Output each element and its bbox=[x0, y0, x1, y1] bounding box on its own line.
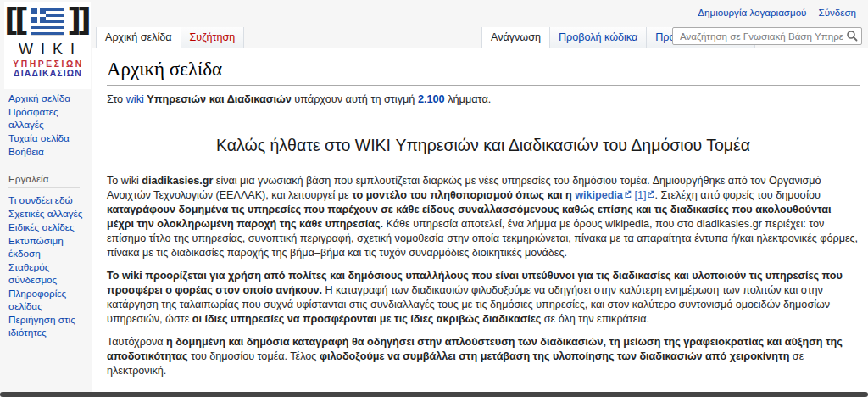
logo-close-brackets: ]] bbox=[67, 4, 91, 38]
page-tabs: Αρχική σελίδα Συζήτηση bbox=[96, 27, 244, 48]
sidebar-tool-link[interactable]: Ειδικές σελίδες bbox=[8, 221, 92, 233]
sidebar-nav-link[interactable]: Αρχική σελίδα bbox=[8, 92, 92, 104]
sidebar-tool-link[interactable]: Εκτυπώσιμη έκδοση bbox=[8, 234, 92, 260]
sidebar-tool-link[interactable]: Σταθερός σύνδεσμος bbox=[8, 260, 92, 286]
reference-1-link[interactable]: [1] bbox=[632, 189, 647, 201]
sidebar-tool-link[interactable]: Περιήγηση στις ιδιότητες bbox=[8, 313, 92, 338]
article-count-link[interactable]: 2.100 bbox=[418, 93, 445, 105]
wiki-link[interactable]: wiki bbox=[126, 93, 144, 105]
sidebar-tool-link[interactable]: Τι συνδέει εδώ bbox=[8, 193, 92, 206]
greek-flag-icon bbox=[31, 8, 64, 35]
search-button[interactable] bbox=[845, 30, 858, 42]
sidebar-tools: Τι συνδέει εδώΣχετικές αλλαγέςΕιδικές σε… bbox=[8, 193, 92, 338]
sidebar: Αρχική σελίδαΠρόσφατες αλλαγέςΤυχαία σελ… bbox=[0, 92, 92, 339]
logo-open-brackets: [[ bbox=[4, 4, 28, 38]
site-logo[interactable]: [[ ]] WIKI ΥΠΗΡΕΣΙΩΝ ΔΙΑΔΙΚΑΣΙΩΝ bbox=[4, 2, 91, 89]
tab-talk[interactable]: Συζήτηση bbox=[181, 27, 245, 48]
tab-page[interactable]: Αρχική σελίδα bbox=[96, 27, 181, 48]
paragraph-about: Το wiki diadikasies.gr είναι μια γνωσιακ… bbox=[107, 174, 860, 260]
sidebar-tools-heading: Εργαλεία bbox=[8, 173, 80, 188]
page-title: Αρχική σελίδα bbox=[107, 59, 860, 86]
create-account-link[interactable]: Δημιουργία λογαριασμού bbox=[698, 7, 806, 18]
logo-subtitle-2: ΔΙΑΔΙΚΑΣΙΩΝ bbox=[5, 69, 91, 78]
tab-view-source[interactable]: Προβολή κώδικα bbox=[549, 27, 646, 48]
logo-subtitle-1: ΥΠΗΡΕΣΙΩΝ bbox=[6, 59, 91, 69]
tab-read[interactable]: Ανάγνωση bbox=[481, 27, 549, 48]
logo-flag-row: [[ ]] bbox=[4, 4, 91, 38]
external-link-icon bbox=[624, 190, 632, 198]
sidebar-nav-link[interactable]: Βοήθεια bbox=[8, 145, 92, 158]
logo-wiki-text: WIKI bbox=[10, 41, 91, 59]
wikipedia-external-link[interactable]: wikipedia bbox=[572, 189, 623, 201]
sidebar-nav-link[interactable]: Τυχαία σελίδα bbox=[8, 131, 92, 144]
paragraph-goals: Ταυτόχρονα η δομημένη και δημόσια καταγρ… bbox=[107, 335, 860, 378]
sidebar-nav-link[interactable]: Πρόσφατες αλλαγές bbox=[8, 105, 92, 131]
search-icon bbox=[846, 30, 858, 42]
sidebar-navigation: Αρχική σελίδαΠρόσφατες αλλαγέςΤυχαία σελ… bbox=[8, 92, 92, 158]
sidebar-tool-link[interactable]: Πληροφορίες σελίδας bbox=[8, 287, 92, 312]
search-input[interactable] bbox=[678, 30, 845, 42]
login-link[interactable]: Σύνδεση bbox=[818, 7, 856, 18]
personal-tools: Δημιουργία λογαριασμού Σύνδεση bbox=[698, 7, 856, 18]
intro-line: Στο wiki Υπηρεσιών και Διαδικασιών υπάρχ… bbox=[107, 93, 860, 105]
search-box bbox=[672, 27, 862, 45]
main-content: Αρχική σελίδα Στο wiki Υπηρεσιών και Δια… bbox=[92, 48, 868, 397]
sidebar-tool-link[interactable]: Σχετικές αλλαγές bbox=[8, 207, 92, 220]
horizontal-scrollbar[interactable] bbox=[0, 392, 868, 397]
paragraph-audience: Το wiki προορίζεται για χρήση από πολίτε… bbox=[107, 269, 860, 327]
welcome-heading: Καλώς ήλθατε στο WIKI Υπηρεσιών και Διαδ… bbox=[107, 136, 860, 155]
